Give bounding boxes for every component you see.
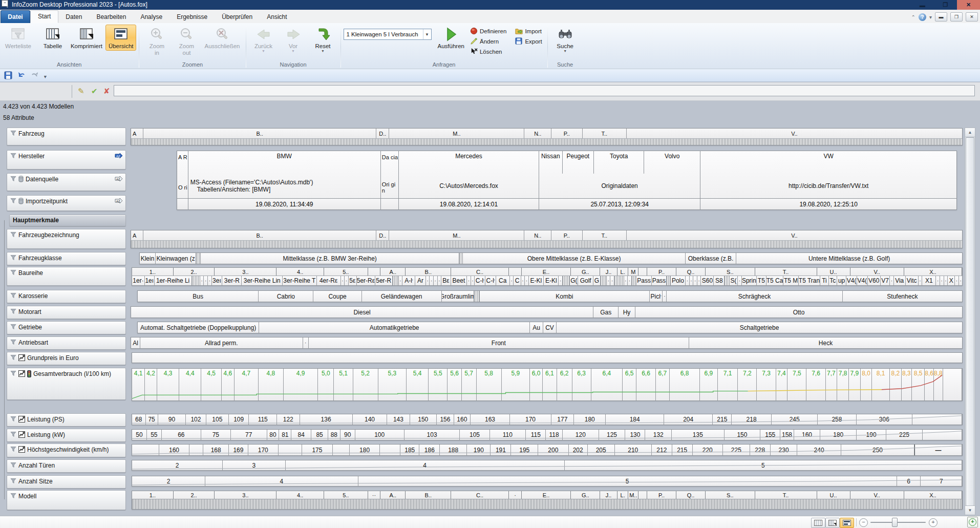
value-cell[interactable]: Schaltgetriebe — [557, 322, 962, 333]
tab-ergebnisse[interactable]: Ergebnisse — [169, 11, 215, 23]
mdi-minimize-button[interactable]: ▬ — [935, 12, 947, 22]
value-cell[interactable]: · — [610, 276, 614, 285]
value-cell[interactable]: · — [955, 276, 959, 285]
value-cell[interactable]: · — [607, 276, 611, 285]
value-cell[interactable]: 160 — [454, 414, 471, 425]
sidebar-item-hoechstgeschwindigkeit[interactable]: Höchstgeschwindigkeit (km/h) — [7, 443, 126, 457]
dropdown-icon[interactable]: ▼ — [291, 50, 295, 53]
value-cell[interactable]: 8,3 — [902, 369, 912, 400]
series-group-cell[interactable]: X.. — [904, 268, 962, 276]
value-cell[interactable]: 4,2 — [145, 369, 157, 400]
model-group-cell[interactable]: 4.. — [276, 491, 324, 499]
statusbar-tabelle-button[interactable] — [811, 518, 825, 528]
sort-az-icon[interactable]: AZ — [115, 153, 123, 160]
value-cell[interactable]: S( — [730, 276, 738, 285]
value-cell[interactable]: 6 — [897, 476, 921, 486]
tab-start[interactable]: Start — [30, 10, 58, 23]
letter-group-cell[interactable]: D.. — [376, 230, 389, 240]
value-cell[interactable]: Au — [530, 322, 543, 333]
value-cell[interactable]: 180 — [820, 430, 857, 440]
value-cell[interactable]: T5 — [757, 276, 766, 285]
sidebar-item-anzahl-tueren[interactable]: Anzahl Türen — [7, 459, 126, 473]
ändern-button[interactable]: Ändern — [468, 37, 508, 46]
value-cell[interactable]: 4,5 — [201, 369, 222, 400]
scrollbar-thumb[interactable] — [966, 137, 974, 506]
sidebar-item-antriebsart[interactable]: Antriebsart — [7, 336, 126, 350]
qat-customize-icon[interactable]: ▾ — [44, 74, 47, 77]
import-timestamp-cell[interactable] — [177, 198, 188, 209]
value-cell[interactable]: 6,0 — [530, 369, 543, 400]
tab-datei[interactable]: Datei — [1, 10, 30, 23]
value-cell[interactable]: 225 — [886, 430, 923, 440]
value-cell[interactable]: 5ε — [349, 276, 357, 285]
value-cell[interactable]: Coupe — [313, 291, 361, 302]
value-cell[interactable]: · — [204, 276, 208, 285]
zoom-slider-thumb[interactable] — [892, 518, 898, 527]
zoom-out-slider-icon[interactable]: − — [859, 518, 868, 527]
value-cell[interactable]: Cabrio — [259, 291, 313, 302]
sidebar-item-leistung-kw[interactable]: Leistung (kW) — [7, 429, 126, 442]
value-cell[interactable]: 90 — [340, 430, 355, 440]
scroll-up-icon[interactable]: ▲ — [965, 128, 975, 137]
value-cell[interactable]: · — [521, 276, 525, 285]
value-cell[interactable]: 5 — [565, 460, 962, 470]
value-cell[interactable] — [943, 369, 962, 400]
value-cell[interactable]: 105 — [206, 414, 229, 425]
value-cell[interactable]: · — [686, 276, 690, 285]
value-cell[interactable]: · — [624, 276, 628, 285]
value-cell[interactable]: 5er-Rε — [357, 276, 375, 285]
mdi-restore-button[interactable]: ❐ — [950, 12, 963, 22]
combobox-arrow-icon[interactable]: ▼ — [423, 29, 431, 39]
tab-analyse[interactable]: Analyse — [133, 11, 169, 23]
value-cell[interactable]: · — [697, 276, 701, 285]
value-cell[interactable]: 5,4 — [407, 369, 429, 400]
value-cell[interactable]: Obere Mittelklasse (z.B. E-Klasse) — [463, 253, 686, 264]
manufacturer-cell[interactable]: BMW — [188, 151, 380, 174]
value-cell[interactable]: 4,3 — [157, 369, 179, 400]
value-cell[interactable]: C-ŀ — [475, 276, 485, 285]
datasource-cell[interactable]: MS-Access (Filename='C:\Autos\Autos.mdb'… — [188, 174, 380, 198]
sidebar-item-verbrauch[interactable]: Gesamtverbrauch (l/100 km) — [7, 368, 126, 400]
statusbar-komprimiert-button[interactable] — [825, 518, 840, 528]
value-cell[interactable]: Kombi — [480, 291, 650, 302]
value-cell[interactable]: 4,1 — [132, 369, 145, 400]
value-cell[interactable]: 8,6 — [925, 369, 934, 400]
value-cell[interactable]: 8,8 — [934, 369, 943, 400]
value-cell[interactable]: Mittelklasse (z.B. BMW 3er-Reihe) — [201, 253, 459, 264]
model-group-cell[interactable]: V.. — [850, 491, 904, 499]
value-cell[interactable]: 190 — [467, 445, 491, 455]
definieren-button[interactable]: Definieren — [468, 27, 508, 35]
value-cell[interactable]: · — [434, 276, 438, 285]
letter-group-cell[interactable]: N.. — [524, 230, 551, 240]
letter-group-cell[interactable]: D.. — [376, 129, 389, 138]
value-cell[interactable]: CV — [543, 322, 557, 333]
sidebar-item-karosserie[interactable]: Karosserie — [7, 290, 126, 303]
model-group-cell[interactable]: ·· — [368, 491, 381, 499]
value-cell[interactable]: 1er· — [132, 276, 145, 285]
dropdown-icon[interactable]: ▼ — [321, 50, 325, 53]
statusbar-uebersicht-button[interactable] — [840, 518, 854, 528]
value-cell[interactable]: 205 — [588, 445, 615, 455]
value-cell[interactable]: 50 — [132, 430, 147, 440]
zoom-slider-track[interactable] — [870, 522, 926, 523]
value-cell[interactable]: · — [200, 276, 204, 285]
series-group-cell[interactable] — [368, 268, 381, 276]
letter-group-cell[interactable]: T.. — [583, 129, 627, 138]
value-cell[interactable]: 7,8 — [837, 369, 849, 400]
value-cell[interactable]: X1 — [922, 276, 936, 285]
value-cell[interactable]: 105 — [460, 430, 489, 440]
value-cell[interactable]: 186 — [419, 445, 440, 455]
sidebar-item-hauptmerkmale[interactable]: Hauptmerkmale — [9, 215, 126, 226]
value-cell[interactable]: Beet — [451, 276, 467, 285]
model-group-cell[interactable]: Q.. — [676, 491, 706, 499]
letter-group-cell[interactable]: P.. — [551, 230, 583, 240]
datasource-cell[interactable]: C:\Autos\Merceds.fox — [399, 174, 539, 198]
value-cell[interactable]: 163 — [471, 414, 510, 425]
sidebar-item-baureihe[interactable]: Baureihe — [7, 267, 126, 286]
löschen-button[interactable]: Löschen — [468, 47, 508, 56]
value-cell[interactable]: 2 — [132, 476, 205, 486]
letter-group-cell[interactable]: V.. — [627, 230, 962, 240]
value-cell[interactable]: 4,8 — [259, 369, 284, 400]
value-cell[interactable]: Polo — [671, 276, 686, 285]
value-cell[interactable]: 7,3 — [757, 369, 776, 400]
